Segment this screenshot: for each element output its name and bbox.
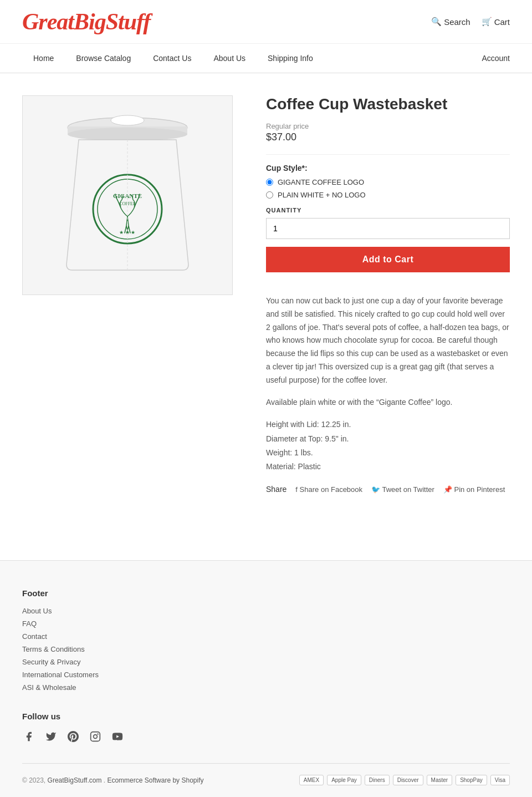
product-specs: Height with Lid: 12.25 in. Diameter at T… (266, 418, 510, 474)
payment-icons: AMEX Apple Pay Diners Discover Master Sh… (299, 775, 510, 785)
footer-link-international[interactable]: International Customers (22, 671, 510, 679)
twitter-icon: 🐦 (371, 485, 380, 494)
payment-shoppay: ShopPay (456, 775, 487, 785)
search-button[interactable]: 🔍 Search (431, 17, 470, 27)
follow-us-heading: Follow us (22, 712, 510, 721)
share-pinterest[interactable]: 📌 Pin on Pinterest (443, 485, 505, 494)
pinterest-icon: 📌 (443, 485, 452, 494)
payment-discover: Discover (393, 775, 423, 785)
header-icons: 🔍 Search 🛒 Cart (431, 17, 510, 27)
footer-link-faq[interactable]: FAQ (22, 620, 510, 628)
main-nav: Home Browse Catalog Contact Us About Us … (0, 44, 532, 73)
divider1 (266, 154, 510, 155)
add-to-cart-button[interactable]: Add to Cart (266, 247, 510, 272)
instagram-social-icon[interactable] (89, 730, 102, 743)
footer-heading: Footer (22, 588, 510, 598)
header: GreatBigStuff 🔍 Search 🛒 Cart (0, 0, 532, 44)
footer-link-contact[interactable]: Contact (22, 632, 510, 641)
svg-point-11 (94, 735, 98, 739)
product-image-area: GIGANTE COFFEE ★ ★ ★ (22, 95, 233, 295)
product-description: You can now cut back to just one cup a d… (266, 295, 510, 474)
product-image: GIGANTE COFFEE ★ ★ ★ (22, 95, 233, 295)
footer-link-terms[interactable]: Terms & Conditions (22, 645, 510, 653)
nav-item-shipping-info[interactable]: Shipping Info (257, 44, 324, 73)
svg-point-3 (111, 115, 144, 125)
copyright-text: © 2023, GreatBigStuff.com . Ecommerce So… (22, 776, 203, 784)
option-gigante[interactable]: GIGANTE COFFEE LOGO (266, 178, 510, 186)
quantity-input[interactable] (266, 218, 510, 239)
site-logo[interactable]: GreatBigStuff (22, 8, 150, 35)
share-label: Share (266, 485, 287, 494)
nav-item-home[interactable]: Home (22, 44, 65, 73)
svg-rect-10 (91, 732, 100, 742)
cart-button[interactable]: 🛒 Cart (482, 17, 510, 27)
cup-style-label: Cup Style*: (266, 164, 510, 172)
option-gigante-label: GIGANTE COFFEE LOGO (278, 178, 364, 186)
cart-icon: 🛒 (482, 17, 492, 27)
footer-link-about-us[interactable]: About Us (22, 607, 510, 615)
nav-item-about-us[interactable]: About Us (202, 44, 257, 73)
main-content: GIGANTE COFFEE ★ ★ ★ Coffee Cup Wastebas… (0, 73, 532, 516)
social-icons (22, 730, 510, 743)
youtube-social-icon[interactable] (111, 730, 124, 743)
option-plain-white[interactable]: PLAIN WHITE + NO LOGO (266, 191, 510, 199)
description-paragraph-2: Available plain white or with the “Gigan… (266, 396, 510, 409)
payment-diners: Diners (365, 775, 390, 785)
site-link[interactable]: GreatBigStuff.com (48, 776, 102, 784)
shopify-link[interactable]: Ecommerce Software by Shopify (107, 776, 203, 784)
footer-link-security[interactable]: Security & Privacy (22, 658, 510, 666)
footer: Footer About Us FAQ Contact Terms & Cond… (0, 560, 532, 797)
facebook-social-icon[interactable] (22, 730, 35, 743)
option-plain-label: PLAIN WHITE + NO LOGO (278, 191, 366, 199)
nav-item-contact-us[interactable]: Contact Us (142, 44, 202, 73)
share-row: Share f Share on Facebook 🐦 Tweet on Twi… (266, 485, 510, 494)
payment-amex: AMEX (299, 775, 324, 785)
footer-inner: Footer About Us FAQ Contact Terms & Cond… (22, 588, 510, 785)
radio-gigante[interactable] (266, 179, 273, 186)
footer-bottom: © 2023, GreatBigStuff.com . Ecommerce So… (22, 763, 510, 785)
nav-item-browse-catalog[interactable]: Browse Catalog (65, 44, 142, 73)
payment-mastercard: Master (427, 775, 453, 785)
share-twitter[interactable]: 🐦 Tweet on Twitter (371, 485, 434, 494)
facebook-icon: f (295, 485, 298, 494)
product-price: Regular price $37.00 (266, 120, 510, 143)
payment-apple-pay: Apple Pay (327, 775, 361, 785)
product-details: Coffee Cup Wastebasket Regular price $37… (266, 95, 510, 494)
share-facebook[interactable]: f Share on Facebook (295, 485, 362, 494)
twitter-social-icon[interactable] (44, 730, 58, 743)
description-paragraph-1: You can now cut back to just one cup a d… (266, 295, 510, 387)
follow-us-section: Follow us (22, 712, 510, 743)
radio-plain[interactable] (266, 191, 273, 199)
quantity-label: QUANTITY (266, 207, 510, 214)
payment-visa: Visa (490, 775, 510, 785)
pinterest-social-icon[interactable] (66, 730, 80, 743)
svg-point-12 (98, 734, 98, 734)
footer-link-asi[interactable]: ASI & Wholesale (22, 683, 510, 692)
product-title: Coffee Cup Wastebasket (266, 95, 510, 113)
product-layout: GIGANTE COFFEE ★ ★ ★ Coffee Cup Wastebas… (22, 95, 510, 494)
account-link[interactable]: Account (482, 44, 510, 73)
nav-links: Home Browse Catalog Contact Us About Us … (22, 44, 482, 73)
regular-price-label: Regular price (266, 122, 309, 130)
search-icon: 🔍 (431, 17, 442, 27)
svg-point-2 (68, 128, 187, 141)
price-value: $37.00 (266, 131, 296, 143)
